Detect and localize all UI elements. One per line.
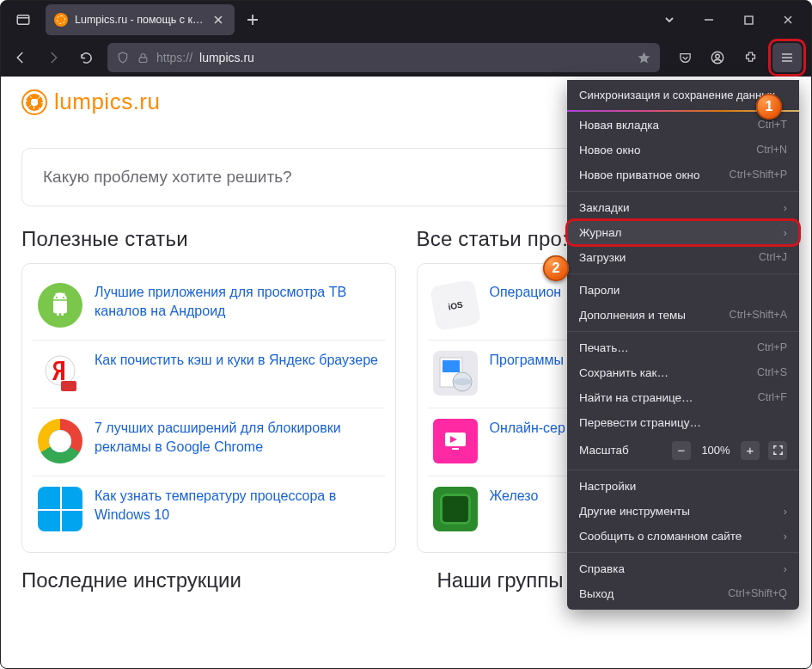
article-link[interactable]: Как узнать температуру процессора в Wind…: [95, 487, 380, 524]
online-services-icon: [433, 419, 478, 463]
list-item[interactable]: Как почистить кэш и куки в Яндекс браузе…: [33, 340, 385, 408]
svg-point-5: [56, 297, 58, 298]
bookmark-star-icon[interactable]: [637, 51, 651, 65]
article-link[interactable]: Как почистить кэш и куки в Яндекс браузе…: [95, 351, 378, 370]
tab-close-button[interactable]: [211, 12, 226, 28]
annotation-badge-1: 1: [756, 94, 782, 120]
svg-rect-1: [745, 16, 753, 24]
menu-bookmarks[interactable]: Закладки›: [567, 195, 799, 220]
heading-recent: Последние инструкции: [1, 553, 396, 592]
account-button[interactable]: [703, 43, 732, 72]
menu-find[interactable]: Найти на странице…Ctrl+F: [567, 385, 799, 410]
firefox-view-button[interactable]: [4, 1, 42, 39]
menu-save-as[interactable]: Сохранить как…Ctrl+S: [567, 360, 799, 385]
menu-print[interactable]: Печать…Ctrl+P: [567, 335, 799, 360]
menu-more-tools[interactable]: Другие инструменты›: [567, 499, 799, 524]
svg-rect-10: [443, 360, 460, 372]
tabs-dropdown-button[interactable]: [650, 1, 689, 39]
svg-point-12: [453, 378, 472, 385]
windows-icon: [38, 487, 82, 531]
tab-favicon-icon: [54, 13, 68, 27]
shield-icon: [116, 51, 130, 64]
menu-new-window[interactable]: Новое окноCtrl+N: [567, 138, 799, 163]
menu-help[interactable]: Справка›: [567, 556, 799, 581]
hardware-icon: [433, 487, 478, 531]
tab-title: Lumpics.ru - помощь с компь: [75, 14, 204, 26]
site-logo-icon: [21, 89, 47, 115]
menu-zoom: Масштаб − 100% +: [567, 435, 799, 466]
svg-rect-0: [17, 15, 29, 25]
active-tab[interactable]: Lumpics.ru - помощь с компь: [46, 4, 235, 35]
category-link[interactable]: Онлайн-сер: [490, 419, 565, 438]
svg-point-6: [63, 297, 64, 298]
nav-back-button[interactable]: [6, 43, 35, 72]
menu-history[interactable]: Журнал›: [567, 220, 799, 245]
chevron-right-icon: ›: [784, 226, 788, 239]
annotation-badge-2: 2: [543, 255, 569, 281]
svg-rect-2: [139, 57, 147, 62]
menu-addons[interactable]: Дополнения и темыCtrl+Shift+A: [567, 303, 799, 328]
hamburger-highlight: [768, 39, 806, 77]
android-icon: [38, 283, 82, 328]
menu-new-private[interactable]: Новое приватное окноCtrl+Shift+P: [567, 163, 799, 187]
toolbar: https://lumpics.ru: [1, 39, 811, 77]
menu-passwords[interactable]: Пароли: [567, 278, 799, 303]
chevron-right-icon: ›: [784, 530, 788, 543]
ads-badge: ADS: [49, 430, 71, 452]
app-menu-button[interactable]: [772, 43, 802, 72]
zoom-value: 100%: [699, 444, 732, 457]
software-box-icon: [433, 351, 478, 396]
list-item[interactable]: ADS 7 лучших расширений для блокировки р…: [33, 408, 385, 476]
url-host: lumpics.ru: [199, 51, 254, 64]
heading-useful: Полезные статьи: [21, 227, 396, 251]
zoom-out-button[interactable]: −: [672, 441, 691, 460]
svg-point-4: [716, 54, 720, 58]
category-link[interactable]: Операцион: [490, 283, 562, 302]
menu-report-site[interactable]: Сообщить о сломанном сайте›: [567, 524, 799, 549]
window-maximize-button[interactable]: [729, 1, 768, 39]
ios-icon: iOS: [429, 279, 480, 331]
url-bar[interactable]: https://lumpics.ru: [107, 43, 660, 72]
app-menu: Синхронизация и сохранение данных Новая …: [567, 80, 799, 610]
new-tab-button[interactable]: [238, 5, 267, 34]
useful-list: Лучшие приложения для просмотра ТВ канал…: [21, 263, 396, 553]
svg-rect-14: [452, 448, 459, 450]
window-minimize-button[interactable]: [689, 1, 729, 39]
yandex-icon: [38, 351, 82, 396]
article-link[interactable]: Лучшие приложения для просмотра ТВ канал…: [95, 283, 380, 320]
nav-reload-button[interactable]: [71, 43, 101, 72]
lock-icon: [137, 52, 150, 64]
chevron-right-icon: ›: [784, 505, 788, 518]
chevron-right-icon: ›: [784, 201, 788, 214]
menu-translate[interactable]: Перевести страницу…: [567, 410, 799, 435]
nav-forward-button[interactable]: [39, 43, 68, 72]
window-close-button[interactable]: [768, 1, 808, 39]
extensions-button[interactable]: [736, 43, 765, 72]
pocket-button[interactable]: [670, 43, 699, 72]
list-item[interactable]: Лучшие приложения для просмотра ТВ канал…: [33, 273, 385, 340]
menu-downloads[interactable]: ЗагрузкиCtrl+J: [567, 245, 799, 270]
menu-settings[interactable]: Настройки: [567, 474, 799, 499]
chevron-right-icon: ›: [784, 562, 788, 575]
svg-rect-8: [61, 381, 76, 391]
category-link[interactable]: Железо: [490, 487, 539, 506]
menu-exit[interactable]: ВыходCtrl+Shift+Q: [567, 581, 799, 606]
url-protocol: https://: [156, 51, 192, 64]
chrome-icon: ADS: [38, 419, 82, 463]
category-link[interactable]: Программы: [490, 351, 564, 370]
zoom-in-button[interactable]: +: [741, 441, 760, 460]
article-link[interactable]: 7 лучших расширений для блокировки рекла…: [95, 419, 380, 456]
fullscreen-button[interactable]: [768, 441, 787, 460]
site-name: lumpics.ru: [54, 89, 160, 115]
titlebar: Lumpics.ru - помощь с компь: [1, 1, 811, 39]
list-item[interactable]: Как узнать температуру процессора в Wind…: [33, 476, 385, 543]
